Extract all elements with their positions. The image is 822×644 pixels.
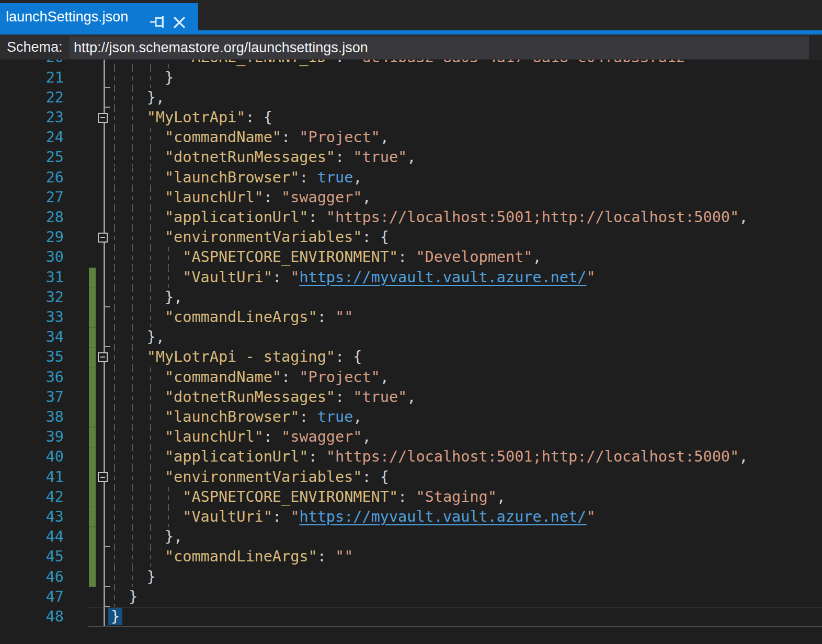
code-editor[interactable]: 20 "AZURE_TENANT_ID": "dc41ba32-8a05-4a1… bbox=[0, 60, 822, 644]
code-line-37[interactable]: 37 "dotnetRunMessages": "true", bbox=[0, 387, 822, 407]
vault-uri-link[interactable]: https://myvault.vault.azure.net/ bbox=[299, 508, 586, 525]
token-key: "AZURE_TENANT_ID" bbox=[182, 60, 335, 66]
token-str: "true" bbox=[353, 148, 407, 166]
token-ws bbox=[111, 69, 165, 86]
token-punc: }, bbox=[165, 289, 182, 306]
code-line-29[interactable]: 29 "environmentVariables": { bbox=[0, 227, 822, 247]
code-line-32[interactable]: 32 }, bbox=[0, 288, 822, 307]
code-line-26[interactable]: 26 "launchBrowser": true, bbox=[0, 168, 822, 188]
fold-toggle-line-23[interactable] bbox=[98, 113, 108, 123]
code-text: }, bbox=[111, 288, 182, 307]
token-punc: } bbox=[147, 568, 156, 585]
tab-launchsettings[interactable]: launchSettings.json bbox=[0, 3, 198, 30]
code-text: } bbox=[111, 607, 122, 627]
vault-uri-link[interactable]: https://myvault.vault.azure.net/ bbox=[299, 269, 586, 286]
line-number: 26 bbox=[0, 168, 64, 188]
token-ws bbox=[111, 228, 165, 246]
line-number: 34 bbox=[0, 327, 64, 347]
token-punc: : bbox=[272, 269, 290, 286]
code-text: "MyLotrApi": { bbox=[111, 108, 272, 128]
code-line-40[interactable]: 40 "applicationUrl": "https://localhost:… bbox=[0, 447, 822, 467]
token-punc: : { bbox=[245, 109, 272, 126]
code-line-21[interactable]: 21 } bbox=[0, 68, 822, 88]
code-line-36[interactable]: 36 "commandName": "Project", bbox=[0, 367, 822, 387]
token-punc: , bbox=[353, 408, 362, 426]
code-line-48[interactable]: 48} bbox=[0, 607, 822, 627]
fold-toggle-line-29[interactable] bbox=[98, 233, 108, 243]
token-punc: }, bbox=[147, 328, 165, 346]
line-number: 37 bbox=[0, 387, 64, 407]
line-number: 27 bbox=[0, 188, 64, 208]
token-punc: : bbox=[309, 448, 326, 465]
token-ws bbox=[111, 209, 165, 226]
code-line-20[interactable]: 20 "AZURE_TENANT_ID": "dc41ba32-8a05-4a1… bbox=[0, 60, 822, 68]
code-line-34[interactable]: 34 }, bbox=[0, 327, 822, 347]
close-icon[interactable] bbox=[173, 16, 186, 29]
token-ws bbox=[111, 508, 182, 525]
token-str: "Project" bbox=[299, 129, 380, 146]
token-str: "Development" bbox=[416, 248, 532, 266]
code-text: "dotnetRunMessages": "true", bbox=[111, 387, 416, 407]
code-line-23[interactable]: 23 "MyLotrApi": { bbox=[0, 108, 822, 128]
token-key: "launchUrl" bbox=[165, 428, 264, 445]
code-text: "dotnetRunMessages": "true", bbox=[111, 147, 416, 167]
line-number: 28 bbox=[0, 208, 64, 227]
code-text: } bbox=[111, 587, 138, 607]
code-line-39[interactable]: 39 "launchUrl": "swagger", bbox=[0, 427, 822, 447]
code-line-28[interactable]: 28 "applicationUrl": "https://localhost:… bbox=[0, 208, 822, 227]
line-number: 22 bbox=[0, 88, 64, 108]
code-line-42[interactable]: 42 "ASPNETCORE_ENVIRONMENT": "Staging", bbox=[0, 487, 822, 507]
code-text: "commandName": "Project", bbox=[111, 128, 389, 147]
code-line-31[interactable]: 31 "VaultUri": "https://myvault.vault.az… bbox=[0, 268, 822, 288]
token-punc: , bbox=[362, 189, 371, 206]
line-number: 36 bbox=[0, 367, 64, 387]
token-ws bbox=[111, 89, 147, 106]
line-number: 48 bbox=[0, 607, 64, 627]
code-line-47[interactable]: 47 } bbox=[0, 587, 822, 607]
code-text: }, bbox=[111, 327, 165, 347]
line-number: 47 bbox=[0, 587, 64, 607]
token-punc: , bbox=[739, 448, 748, 465]
token-ws bbox=[111, 568, 147, 585]
token-punc: : bbox=[264, 428, 281, 445]
schema-label: Schema: bbox=[7, 34, 63, 60]
code-line-25[interactable]: 25 "dotnetRunMessages": "true", bbox=[0, 147, 822, 167]
token-punc: , bbox=[353, 169, 362, 186]
token-ws bbox=[111, 528, 165, 545]
token-key: "ASPNETCORE_ENVIRONMENT" bbox=[182, 488, 398, 505]
code-text: "launchBrowser": true, bbox=[111, 407, 362, 427]
code-line-22[interactable]: 22 }, bbox=[0, 88, 822, 108]
code-line-35[interactable]: 35 "MyLotrApi - staging": { bbox=[0, 347, 822, 367]
code-text: "AZURE_TENANT_ID": "dc41ba32-8a05-4a17-8… bbox=[111, 60, 694, 68]
fold-toggle-line-35[interactable] bbox=[98, 352, 108, 362]
fold-toggle-line-41[interactable] bbox=[98, 472, 108, 482]
code-line-45[interactable]: 45 "commandLineArgs": "" bbox=[0, 547, 822, 567]
token-punc: , bbox=[739, 209, 748, 226]
token-str: "swagger" bbox=[281, 189, 362, 206]
code-text: "environmentVariables": { bbox=[111, 467, 389, 487]
line-number: 40 bbox=[0, 447, 64, 467]
code-line-46[interactable]: 46 } bbox=[0, 567, 822, 587]
code-text: }, bbox=[111, 88, 165, 108]
code-line-44[interactable]: 44 }, bbox=[0, 527, 822, 547]
code-line-24[interactable]: 24 "commandName": "Project", bbox=[0, 128, 822, 147]
token-str: "" bbox=[335, 308, 353, 326]
token-key: "launchBrowser" bbox=[165, 408, 299, 426]
code-line-41[interactable]: 41 "environmentVariables": { bbox=[0, 467, 822, 487]
token-punc: : bbox=[299, 169, 317, 186]
code-line-33[interactable]: 33 "commandLineArgs": "" bbox=[0, 307, 822, 327]
token-punc: : bbox=[309, 209, 326, 226]
schema-url-combobox[interactable]: http://json.schemastore.org/launchsettin… bbox=[70, 37, 809, 59]
token-punc: : bbox=[264, 189, 281, 206]
token-ws bbox=[111, 109, 147, 126]
line-number: 35 bbox=[0, 347, 64, 367]
code-text: "launchUrl": "swagger", bbox=[111, 427, 371, 447]
code-line-38[interactable]: 38 "launchBrowser": true, bbox=[0, 407, 822, 427]
code-line-30[interactable]: 30 "ASPNETCORE_ENVIRONMENT": "Developmen… bbox=[0, 247, 822, 267]
pin-icon[interactable] bbox=[150, 16, 165, 28]
code-line-43[interactable]: 43 "VaultUri": "https://myvault.vault.az… bbox=[0, 507, 822, 527]
code-line-27[interactable]: 27 "launchUrl": "swagger", bbox=[0, 188, 822, 208]
token-punc: : bbox=[398, 488, 416, 505]
token-punc: : bbox=[317, 308, 335, 326]
code-text: "commandName": "Project", bbox=[111, 367, 389, 387]
